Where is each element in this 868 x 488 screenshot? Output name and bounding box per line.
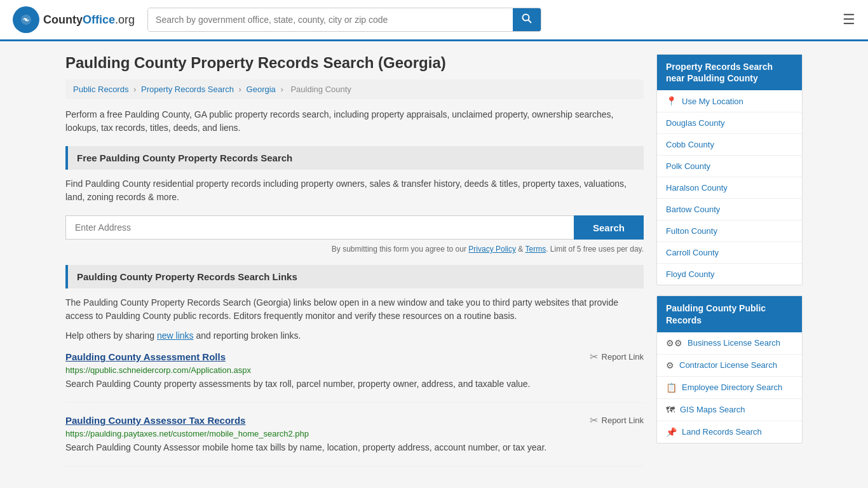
record-title-0[interactable]: Paulding County Assessment Rolls	[65, 351, 226, 362]
new-links-link[interactable]: new links	[157, 330, 194, 341]
content-area: Paulding County Property Records Search …	[65, 54, 644, 478]
breadcrumb-current: Paulding County	[290, 85, 351, 94]
record-item-header-0: Paulding County Assessment Rolls ✂ Repor…	[65, 351, 644, 363]
sidebar-county-2: Polk County	[657, 156, 802, 177]
sidebar-county-6: Carroll County	[657, 242, 802, 264]
public-record-1: ⚙ Contractor License Search	[657, 355, 802, 377]
terms-link[interactable]: Terms	[525, 245, 546, 254]
header-search-bar	[147, 8, 541, 32]
sidebar-county-4: Bartow County	[657, 199, 802, 220]
header-search-button[interactable]	[513, 8, 541, 31]
sidebar-county-7: Floyd County	[657, 264, 802, 285]
use-my-location-link[interactable]: 📍 Use My Location	[657, 90, 802, 112]
links-section-heading: Paulding County Property Records Search …	[65, 265, 644, 288]
sidebar-county-link-3[interactable]: Haralson County	[657, 177, 802, 198]
breadcrumb-georgia[interactable]: Georgia	[247, 85, 276, 94]
public-record-0: ⚙⚙ Business License Search	[657, 332, 802, 355]
page-title: Paulding County Property Records Search …	[65, 54, 644, 72]
record-item-header-1: Paulding County Assessor Tax Records ✂ R…	[65, 414, 644, 426]
links-description: The Paulding County Property Records Sea…	[65, 296, 644, 323]
site-header: CountyOffice.org ☰	[0, 0, 868, 41]
logo-icon	[13, 6, 39, 33]
report-link-button-1[interactable]: ✂ Report Link	[590, 414, 644, 426]
sidebar-county-link-2[interactable]: Polk County	[657, 156, 802, 177]
record-desc-0: Search Paulding County property assessme…	[65, 377, 644, 391]
main-container: Paulding County Property Records Search …	[53, 41, 815, 488]
public-record-2: 📋 Employee Directory Search	[657, 377, 802, 399]
page-description: Perform a free Paulding County, GA publi…	[65, 108, 644, 135]
sidebar-county-link-7[interactable]: Floyd County	[657, 264, 802, 285]
public-record-link-0[interactable]: ⚙⚙ Business License Search	[657, 332, 802, 354]
sidebar-county-1: Cobb County	[657, 134, 802, 156]
nearby-counties-list: 📍 Use My Location Douglas County Cobb Co…	[657, 90, 802, 285]
record-url-1: https://paulding.paytaxes.net/customer/m…	[65, 429, 644, 438]
site-logo[interactable]: CountyOffice.org	[13, 6, 135, 33]
sidebar-county-link-0[interactable]: Douglas County	[657, 112, 802, 133]
breadcrumb-public-records[interactable]: Public Records	[73, 85, 128, 94]
svg-point-2	[25, 18, 27, 21]
record-item-0: Paulding County Assessment Rolls ✂ Repor…	[65, 351, 644, 403]
breadcrumb-property-records[interactable]: Property Records Search	[141, 85, 234, 94]
address-search-form: Search By submitting this form you agree…	[65, 215, 644, 254]
public-record-link-1[interactable]: ⚙ Contractor License Search	[657, 355, 802, 376]
hamburger-menu-button[interactable]: ☰	[843, 11, 855, 28]
privacy-policy-link[interactable]: Privacy Policy	[468, 245, 516, 254]
address-search-button[interactable]: Search	[574, 215, 644, 240]
nearby-counties-title: Property Records Search near Paulding Co…	[657, 55, 802, 90]
report-icon-0: ✂	[590, 351, 598, 363]
record-desc-1: Search Paulding County Assessor mobile h…	[65, 441, 644, 454]
public-record-3: 🗺 GIS Maps Search	[657, 399, 802, 421]
public-records-list: ⚙⚙ Business License Search ⚙ Contractor …	[657, 332, 802, 443]
sidebar-county-5: Fulton County	[657, 220, 802, 242]
gear-icon-1: ⚙	[666, 360, 674, 370]
breadcrumb: Public Records › Property Records Search…	[65, 79, 644, 99]
map-icon: 🗺	[666, 405, 675, 415]
public-record-link-2[interactable]: 📋 Employee Directory Search	[657, 377, 802, 398]
header-search-input[interactable]	[148, 8, 513, 31]
public-record-link-4[interactable]: 📌 Land Records Search	[657, 421, 802, 443]
public-records-section: Paulding County Public Records ⚙⚙ Busine…	[656, 295, 803, 443]
gear-icon-0: ⚙⚙	[666, 338, 682, 348]
address-search-row: Search	[65, 215, 644, 240]
record-url-0: https://qpublic.schneidercorp.com/Applic…	[65, 365, 644, 375]
sidebar-county-link-5[interactable]: Fulton County	[657, 220, 802, 241]
public-record-link-3[interactable]: 🗺 GIS Maps Search	[657, 399, 802, 421]
pin-icon: 📌	[666, 427, 677, 437]
book-icon: 📋	[666, 383, 677, 393]
sidebar: Property Records Search near Paulding Co…	[656, 54, 803, 478]
sidebar-county-link-1[interactable]: Cobb County	[657, 134, 802, 155]
address-search-input[interactable]	[65, 215, 574, 240]
public-records-title: Paulding County Public Records	[657, 296, 802, 332]
nearby-counties-section: Property Records Search near Paulding Co…	[656, 54, 803, 285]
location-icon: 📍	[666, 96, 677, 106]
sidebar-county-3: Haralson County	[657, 177, 802, 199]
form-disclaimer: By submitting this form you agree to our…	[65, 245, 644, 254]
public-record-4: 📌 Land Records Search	[657, 421, 802, 443]
report-link-button-0[interactable]: ✂ Report Link	[590, 351, 644, 363]
record-title-1[interactable]: Paulding County Assessor Tax Records	[65, 415, 245, 426]
sidebar-county-link-4[interactable]: Bartow County	[657, 199, 802, 220]
help-text: Help others by sharing new links and rep…	[65, 330, 644, 341]
use-my-location-item: 📍 Use My Location	[657, 90, 802, 112]
report-icon-1: ✂	[590, 414, 598, 426]
free-search-description: Find Paulding County residential propert…	[65, 177, 644, 204]
free-search-heading: Free Paulding County Property Records Se…	[65, 146, 644, 170]
logo-text: CountyOffice.org	[43, 13, 135, 27]
record-item-1: Paulding County Assessor Tax Records ✂ R…	[65, 414, 644, 466]
sidebar-county-0: Douglas County	[657, 112, 802, 134]
svg-line-4	[529, 20, 532, 24]
svg-point-3	[523, 15, 529, 21]
sidebar-county-link-6[interactable]: Carroll County	[657, 242, 802, 263]
